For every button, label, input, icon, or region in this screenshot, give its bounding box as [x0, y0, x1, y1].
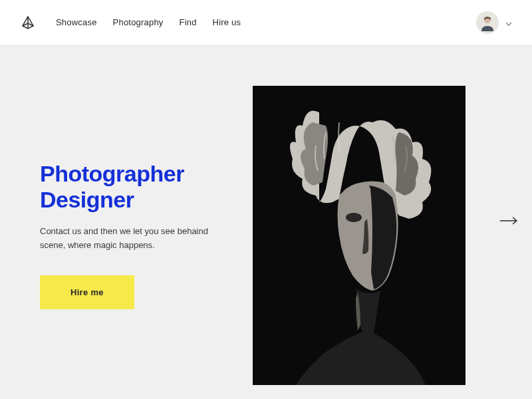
main-nav: Showcase Photography Find Hire us [56, 17, 241, 27]
header-left: Showcase Photography Find Hire us [20, 15, 241, 31]
svg-point-3 [346, 213, 362, 222]
nav-item-photography[interactable]: Photography [113, 17, 164, 27]
next-arrow-icon[interactable] [500, 216, 519, 228]
hero-subtitle: Contact us and then we let you see behai… [40, 225, 226, 253]
user-menu[interactable] [476, 11, 512, 34]
hero-section: Photographer Designer Contact us and the… [0, 45, 532, 399]
chevron-down-icon [505, 17, 512, 29]
hero-title-line1: Photographer [40, 161, 184, 186]
nav-item-hire-us[interactable]: Hire us [213, 17, 241, 27]
hero-title: Photographer Designer [40, 161, 246, 213]
logo-icon[interactable] [20, 15, 36, 31]
hero-title-line2: Designer [40, 187, 134, 212]
hero-image [253, 86, 466, 385]
hero-content: Photographer Designer Contact us and the… [40, 161, 246, 309]
nav-item-showcase[interactable]: Showcase [56, 17, 97, 27]
avatar [476, 11, 499, 34]
hire-me-button[interactable]: Hire me [40, 275, 134, 309]
nav-item-find[interactable]: Find [180, 17, 197, 27]
header: Showcase Photography Find Hire us [0, 0, 532, 45]
